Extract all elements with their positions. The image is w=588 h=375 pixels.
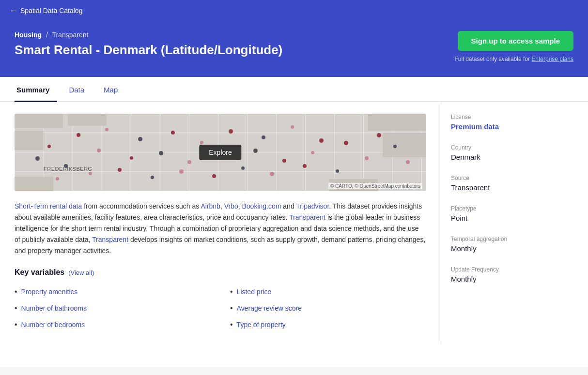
tab-map[interactable]: Map	[102, 77, 125, 102]
map-dot	[105, 128, 108, 131]
sidebar-temporal-section: Temporal aggregation Monthly	[451, 236, 547, 253]
back-link[interactable]: ← Spatial Data Catalog	[10, 6, 82, 15]
map-dot	[212, 174, 216, 178]
sign-up-button[interactable]: Sign up to access sample	[458, 31, 573, 51]
map-dot	[344, 141, 348, 145]
back-link-label: Spatial Data Catalog	[20, 7, 82, 15]
enterprise-note: Full dataset only available for Enterpri…	[455, 56, 573, 62]
map-dot	[393, 145, 397, 148]
map-dot	[262, 135, 265, 139]
main-content: Summary Data Map F	[0, 77, 588, 367]
variable-link[interactable]: Property amenities	[21, 288, 78, 296]
tab-summary[interactable]: Summary	[15, 77, 57, 102]
map-dot	[171, 131, 175, 135]
map-dot	[200, 141, 203, 144]
map-dot	[35, 156, 40, 161]
sidebar-source-section: Source Transparent	[451, 175, 547, 192]
map-dot	[253, 149, 258, 153]
header-right: Sign up to access sample Full dataset on…	[455, 31, 573, 62]
map-dot	[151, 176, 154, 179]
sidebar-country-value: Denmark	[451, 153, 547, 161]
sidebar-placetype-value: Point	[451, 214, 547, 222]
map-dot	[282, 159, 286, 163]
variable-listed-price: • Listed price	[230, 285, 426, 299]
map-dot	[97, 149, 101, 152]
breadcrumb: Housing / Transparent	[15, 31, 282, 39]
map-dot	[377, 133, 381, 137]
variables-grid: • Property amenities • Listed price • Nu…	[15, 285, 426, 332]
bullet-icon: •	[230, 304, 233, 313]
map-dot	[406, 160, 410, 164]
key-variables-title: Key variables	[15, 268, 64, 277]
top-bar: ← Spatial Data Catalog	[0, 0, 588, 21]
desc-link-vrbo[interactable]: Vrbo	[224, 202, 238, 210]
map-area-label: FREDERIKSBERG	[44, 166, 93, 172]
bullet-icon: •	[15, 320, 17, 329]
variable-link[interactable]: Listed price	[237, 288, 272, 296]
map-dot	[138, 137, 142, 141]
sidebar-temporal-value: Monthly	[451, 244, 547, 253]
key-variables-header: Key variables (View all)	[15, 268, 426, 277]
desc-link-short-term[interactable]: Short-Term rental data	[15, 202, 82, 210]
map-attribution: © CARTO, © OpenStreetMap contributors	[328, 183, 422, 189]
map-dot	[336, 169, 339, 173]
sidebar-license-section: License Premium data	[451, 114, 547, 131]
bullet-icon: •	[15, 304, 17, 313]
sidebar-source-value: Transparent	[451, 183, 547, 192]
variable-link[interactable]: Type of property	[237, 321, 286, 329]
tab-data[interactable]: Data	[67, 77, 92, 102]
map-dot	[311, 151, 314, 154]
map-dot	[159, 151, 163, 155]
desc-link-airbnb[interactable]: Airbnb	[201, 202, 220, 210]
header-left: Housing / Transparent Smart Rental - Den…	[15, 31, 282, 58]
sidebar-source-label: Source	[451, 175, 547, 181]
variable-bathrooms: • Number of bathrooms	[15, 301, 211, 315]
map-dot	[303, 164, 307, 168]
sidebar-temporal-label: Temporal aggregation	[451, 236, 547, 242]
bullet-icon: •	[230, 287, 233, 296]
enterprise-note-text: Full dataset only available for	[455, 56, 530, 62]
tabs-bar: Summary Data Map	[0, 77, 588, 102]
sidebar-license-label: License	[451, 114, 547, 120]
desc-link-booking[interactable]: Booking.com	[242, 202, 281, 210]
variable-link[interactable]: Number of bedrooms	[21, 321, 85, 329]
page-title: Smart Rental - Denmark (Latitude/Longitu…	[15, 43, 282, 58]
desc-link-transparent[interactable]: Transparent	[289, 213, 325, 221]
variable-property-amenities: • Property amenities	[15, 285, 211, 299]
sidebar-country-section: Country Denmark	[451, 144, 547, 161]
desc-link-tripadvisor[interactable]: Tripadvisor	[296, 202, 329, 210]
map-dot	[229, 129, 233, 134]
breadcrumb-separator: /	[46, 31, 48, 39]
breadcrumb-housing: Housing	[15, 31, 42, 39]
header-section: Housing / Transparent Smart Rental - Den…	[0, 21, 588, 77]
map-dot	[118, 168, 122, 172]
map-dot	[365, 156, 369, 160]
bullet-icon: •	[230, 320, 233, 329]
map-dot	[187, 160, 191, 164]
variable-link[interactable]: Average review score	[237, 304, 302, 312]
map-dot	[130, 156, 133, 160]
desc-link-transparent2[interactable]: Transparent	[92, 236, 128, 243]
sidebar-placetype-label: Placetype	[451, 205, 547, 212]
variable-bedrooms: • Number of bedrooms	[15, 317, 211, 332]
sidebar-update-section: Update Frequency Monthly	[451, 266, 547, 283]
map-dot	[56, 177, 59, 180]
sidebar-placetype-section: Placetype Point	[451, 205, 547, 222]
view-all-link[interactable]: (View all)	[68, 269, 94, 276]
map-dot	[270, 172, 274, 176]
map-dot	[77, 133, 80, 137]
bullet-icon: •	[15, 287, 17, 296]
sidebar: License Premium data Country Denmark Sou…	[441, 102, 547, 344]
main-panel: FREDERIKSBERG Explore © CARTO, © OpenStr…	[15, 102, 441, 344]
map-dot	[89, 172, 92, 175]
enterprise-link[interactable]: Enterprise plans	[531, 56, 573, 62]
variable-property-type: • Type of property	[230, 317, 426, 332]
content-wrapper: FREDERIKSBERG Explore © CARTO, © OpenStr…	[0, 102, 588, 344]
map-background: FREDERIKSBERG Explore © CARTO, © OpenStr…	[15, 114, 426, 191]
variable-link[interactable]: Number of bathrooms	[21, 304, 87, 312]
map-explore-button[interactable]: Explore	[199, 145, 241, 160]
map-dot	[319, 138, 324, 143]
map-dot	[47, 145, 51, 148]
sidebar-country-label: Country	[451, 144, 547, 151]
sidebar-license-value: Premium data	[451, 122, 547, 131]
